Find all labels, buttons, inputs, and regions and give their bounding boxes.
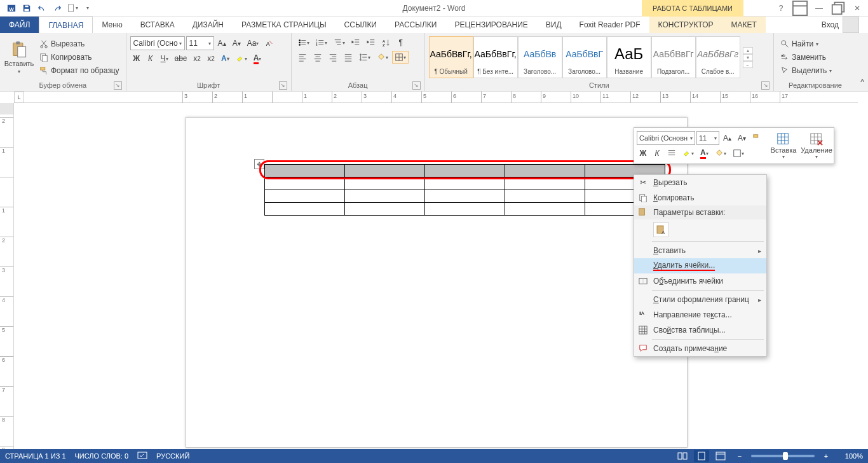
para-launcher[interactable]: ↘: [412, 81, 421, 90]
multilevel-list-icon[interactable]: ▾: [331, 36, 348, 49]
minimize-icon[interactable]: —: [811, 1, 827, 15]
zoom-level[interactable]: 100%: [837, 452, 863, 460]
mini-align-icon[interactable]: [665, 147, 679, 160]
highlight-icon[interactable]: ▾: [233, 52, 250, 65]
save-icon[interactable]: [19, 1, 34, 15]
ctx-table-properties[interactable]: Свойства таблицы...: [634, 322, 766, 338]
redo-icon[interactable]: [50, 1, 65, 15]
subscript-button[interactable]: x2: [191, 52, 203, 65]
document-table[interactable]: [264, 164, 665, 216]
restore-icon[interactable]: [830, 1, 846, 15]
replace-button[interactable]: abЗаменить: [778, 51, 834, 64]
ctx-cut[interactable]: ✂Вырезать: [634, 175, 766, 190]
paste-keep-source-icon[interactable]: A: [653, 222, 668, 237]
undo-icon[interactable]: [34, 1, 50, 15]
table-row[interactable]: [265, 190, 665, 203]
style-item[interactable]: АаБбВвГг,¶ Обычный: [429, 36, 473, 78]
gallery-more-icon[interactable]: ⌄: [743, 61, 753, 68]
show-marks-icon[interactable]: ¶: [395, 36, 407, 49]
ctx-copy[interactable]: Копировать: [634, 190, 766, 205]
format-painter-button[interactable]: Формат по образцу: [37, 64, 122, 77]
tab-mailings[interactable]: РАССЫЛКИ: [386, 17, 445, 33]
gallery-up-icon[interactable]: ▴: [743, 47, 753, 54]
mini-shading-icon[interactable]: ▾: [712, 147, 729, 160]
mini-grow-font-icon[interactable]: A▴: [721, 132, 734, 144]
status-page[interactable]: СТРАНИЦА 1 ИЗ 1: [5, 452, 66, 460]
strike-button[interactable]: abc: [172, 52, 189, 65]
tab-table-layout[interactable]: МАКЕТ: [722, 17, 766, 33]
find-button[interactable]: Найти▾: [778, 38, 834, 50]
underline-button[interactable]: Ч▾: [158, 52, 171, 65]
ctx-merge-cells[interactable]: Объединить ячейки: [634, 273, 766, 289]
font-name-combo[interactable]: Calibri (Осно▾: [130, 36, 185, 50]
style-item[interactable]: АаБбВвГгСлабое в...: [696, 36, 740, 78]
style-item[interactable]: АаБбВвГЗаголово...: [562, 36, 607, 78]
shrink-font-icon[interactable]: A▾: [230, 37, 243, 50]
mini-font-combo[interactable]: Calibri (Основн▾: [637, 131, 695, 145]
clipboard-launcher[interactable]: ↘: [114, 81, 122, 90]
zoom-out-button[interactable]: −: [732, 450, 747, 462]
text-effects-icon[interactable]: A▾: [219, 52, 232, 65]
tab-design[interactable]: ДИЗАЙН: [184, 17, 233, 33]
align-justify-icon[interactable]: [341, 51, 355, 64]
view-read-icon[interactable]: [675, 450, 690, 462]
styles-launcher[interactable]: ↘: [761, 81, 770, 90]
table-row[interactable]: [265, 177, 665, 190]
mini-shrink-font-icon[interactable]: A▾: [735, 132, 749, 144]
mini-size-combo[interactable]: 11▾: [696, 131, 719, 145]
ctx-insert[interactable]: Вставить▸: [634, 243, 766, 258]
borders-icon[interactable]: ▾: [392, 51, 409, 64]
ctx-delete-cells[interactable]: Удалить ячейки...: [634, 258, 766, 273]
grow-font-icon[interactable]: A▴: [215, 37, 229, 50]
style-item[interactable]: АаБбВвЗаголово...: [518, 36, 562, 78]
align-right-icon[interactable]: [326, 51, 340, 64]
vertical-ruler[interactable]: 21123456789: [0, 103, 14, 449]
tab-home[interactable]: ГЛАВНАЯ: [39, 17, 93, 33]
tab-references[interactable]: ССЫЛКИ: [336, 17, 386, 33]
align-left-icon[interactable]: [295, 51, 309, 64]
style-item[interactable]: АаБНазвание: [607, 36, 651, 78]
tab-foxit[interactable]: Foxit Reader PDF: [571, 17, 649, 33]
new-doc-icon[interactable]: ▾: [65, 1, 80, 15]
mini-bold-button[interactable]: Ж: [637, 147, 649, 160]
mini-delete-button[interactable]: Удаление▾: [802, 132, 831, 160]
qat-customize-icon[interactable]: ▾: [80, 1, 95, 15]
mini-insert-button[interactable]: Вставка▾: [769, 132, 798, 160]
paste-button[interactable]: Вставить ▾: [4, 41, 34, 74]
tab-selector[interactable]: L: [14, 92, 24, 103]
style-item[interactable]: АаБбВвГг,¶ Без инте...: [473, 36, 518, 78]
bullets-icon[interactable]: ▾: [295, 36, 312, 49]
line-spacing-icon[interactable]: ▾: [356, 51, 373, 64]
numbering-icon[interactable]: 123▾: [313, 36, 330, 49]
ctx-text-direction[interactable]: ⅡAНаправление текста...: [634, 307, 766, 322]
tab-page-layout[interactable]: РАЗМЕТКА СТРАНИЦЫ: [233, 17, 336, 33]
copy-button[interactable]: Копировать: [37, 51, 122, 64]
tab-review[interactable]: РЕЦЕНЗИРОВАНИЕ: [445, 17, 536, 33]
tab-insert[interactable]: ВСТАВКА: [132, 17, 184, 33]
mini-format-painter-icon[interactable]: [750, 132, 764, 144]
mini-borders-icon[interactable]: ▾: [730, 147, 747, 160]
status-words[interactable]: ЧИСЛО СЛОВ: 0: [75, 452, 129, 460]
font-color-icon[interactable]: A▾: [251, 52, 264, 65]
ctx-new-comment[interactable]: Создать примечание: [634, 341, 766, 356]
tab-file[interactable]: ФАЙЛ: [0, 17, 39, 33]
align-center-icon[interactable]: [311, 51, 325, 64]
ribbon-display-options-icon[interactable]: [792, 1, 808, 15]
superscript-button[interactable]: x2: [205, 52, 217, 65]
font-size-combo[interactable]: 11▾: [186, 36, 214, 50]
mini-highlight-icon[interactable]: ▾: [680, 147, 696, 160]
status-lang[interactable]: РУССКИЙ: [156, 452, 189, 460]
sort-icon[interactable]: AZ: [379, 36, 393, 49]
tab-table-design[interactable]: КОНСТРУКТОР: [649, 17, 722, 33]
decrease-indent-icon[interactable]: [349, 36, 363, 49]
ctx-border-styles[interactable]: Стили оформления границ▸: [634, 292, 766, 307]
word-app-icon[interactable]: W: [4, 1, 19, 15]
style-item[interactable]: АаБбВвГгПодзагол...: [651, 36, 696, 78]
zoom-in-button[interactable]: +: [818, 450, 834, 462]
view-print-icon[interactable]: [694, 450, 709, 462]
view-web-icon[interactable]: [713, 450, 728, 462]
status-spell-icon[interactable]: [137, 452, 147, 460]
table-row[interactable]: [265, 203, 665, 216]
close-icon[interactable]: ✕: [849, 1, 865, 15]
mini-italic-button[interactable]: К: [651, 147, 663, 160]
